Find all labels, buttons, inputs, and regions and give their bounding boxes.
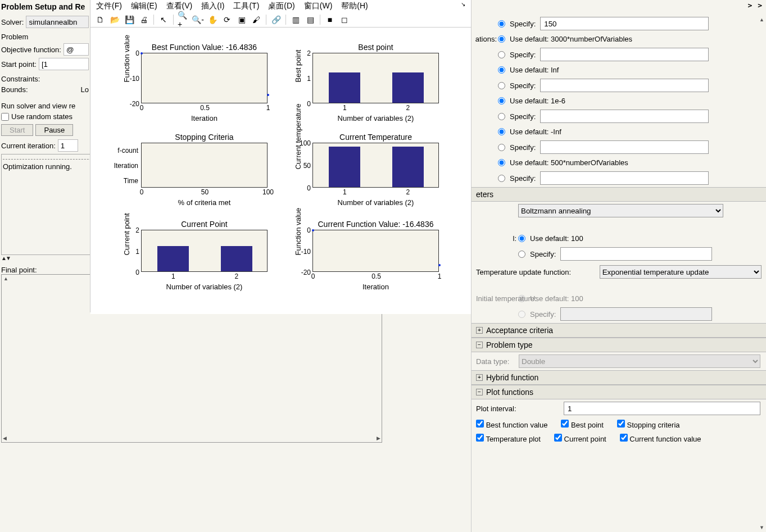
minus-icon-2[interactable]: − [476,389,483,395]
menu-insert[interactable]: 插入(I) [201,1,224,11]
tol-specify-radio[interactable] [498,113,505,120]
iterations-label: ations: [472,35,497,43]
inf-specify-radio[interactable] [498,82,505,89]
menu-desktop[interactable]: 桌面(D) [268,1,294,11]
inf-specify-label: Specify: [510,81,536,90]
scroll-right-icon[interactable]: ▶ [377,435,380,441]
menu-help[interactable]: 帮助(H) [341,1,368,11]
interval-specify-input[interactable] [560,247,712,261]
neginf-default-radio[interactable] [498,128,505,135]
neginf-specify-input[interactable] [540,140,709,154]
neginf-default-label: Use default: -Inf [510,128,561,136]
interval-default-radio[interactable] [518,235,525,242]
tol-specify-input[interactable] [540,110,709,123]
neginf-specify-label: Specify: [510,143,536,152]
expand-collapse-triangles[interactable]: ▲▼ [1,255,89,261]
solver-input[interactable] [26,16,89,28]
menu-file[interactable]: 文件(F) [96,1,122,11]
cfv-checkbox[interactable] [620,434,628,442]
pause-button[interactable]: Pause [35,124,73,136]
figure-toolbar: 🗋 📂 💾 🖨 ↖ 🔍+ 🔍- ✋ ⟳ ▣ 🖌 🔗 ▥ ▤ ■ ◻ [90,12,471,28]
zoom-out-icon[interactable]: 🔍- [192,13,204,26]
menu-view[interactable]: 查看(V) [166,1,193,11]
start-point-input[interactable] [39,58,89,70]
bounds-label: Bounds: [1,85,28,94]
annealing-select[interactable]: Boltzmann annealing [518,204,723,217]
new-figure-icon[interactable]: 🗋 [94,13,106,26]
plot-area: Best Function Value: -16.4836Function va… [90,28,471,314]
bp-label: Best point [571,421,604,429]
colorbar-icon[interactable]: ▥ [289,13,302,26]
current-iteration-input[interactable] [58,139,78,152]
bp-checkbox[interactable] [561,420,569,428]
stall-specify-input[interactable] [540,171,709,185]
pan-icon[interactable]: ✋ [206,13,219,26]
sc-checkbox[interactable] [617,420,625,428]
iterations-specify-input[interactable] [540,48,709,61]
chart-bp: Best pointBest pointNumber of variables … [312,53,439,103]
chevrons-icon[interactable]: > > [748,1,763,10]
cp-label: Current point [564,435,606,443]
iterations-specify-radio[interactable] [498,51,505,58]
inf-default-label: Use default: Inf [510,66,559,74]
start-button[interactable]: Start [1,124,33,136]
tp-checkbox[interactable] [476,434,484,442]
neginf-specify-radio[interactable] [498,144,505,151]
objective-function-input[interactable] [64,43,89,56]
problem-setup-panel: Problem Setup and Re Solver: Problem Obj… [0,0,90,532]
print-figure-icon[interactable]: 🖨 [138,13,150,26]
chart-cp: Current PointCurrent pointNumber of vari… [141,230,268,272]
panel-title: Problem Setup and Re [1,2,89,11]
edit-plot-icon[interactable]: ↖ [157,13,170,26]
scroll-left-icon[interactable]: ◀ [3,435,7,441]
init-temp-specify-input [560,307,712,321]
data-type-label: Data type: [476,357,515,366]
init-temp-specify-radio [518,311,525,318]
interval-specify-radio[interactable] [518,251,525,258]
bfv-label: Best function value [486,421,548,429]
legend-icon[interactable]: ▤ [304,13,316,26]
stall-default-label: Use default: 500*numberOfVariables [510,158,628,167]
stall-specify-radio[interactable] [498,175,505,182]
rotate-icon[interactable]: ⟳ [221,13,233,26]
save-figure-icon[interactable]: 💾 [123,13,135,26]
plus-icon[interactable]: + [476,327,483,334]
stall-default-radio[interactable] [498,159,505,166]
current-iteration-label: Current iteration: [1,142,56,150]
sc-label: Stopping criteria [627,421,680,429]
inf-specify-input[interactable] [540,79,709,92]
specify-150-radio[interactable] [498,20,505,28]
temp-update-select[interactable]: Exponential temperature update [600,265,762,279]
plot-functions-header: Plot functions [486,388,533,397]
chart-cfv: Current Function Value: -16.4836Function… [312,230,439,272]
inf-default-radio[interactable] [498,66,505,74]
brush-icon[interactable]: 🖌 [250,13,262,26]
menu-edit[interactable]: 编辑(E) [131,1,157,11]
link-icon[interactable]: 🔗 [270,13,282,26]
iterations-default-radio[interactable] [498,35,505,43]
plot-interval-input[interactable] [564,402,760,415]
problem-type-header: Problem type [486,340,532,349]
open-figure-icon[interactable]: 📂 [108,13,121,26]
cp-checkbox[interactable] [554,434,562,442]
zoom-in-icon[interactable]: 🔍+ [177,13,189,26]
acceptance-group: +Acceptance criteria [472,323,766,338]
menu-window[interactable]: 窗口(W) [304,1,333,11]
random-states-checkbox[interactable] [1,113,9,121]
expand-tri-icon[interactable]: ▲ [3,276,8,281]
data-cursor-icon[interactable]: ▣ [235,13,248,26]
specify-150-input[interactable] [540,17,709,30]
show-plot-icon[interactable]: ◻ [338,13,351,26]
menu-dock-icon[interactable]: ↘ [461,1,465,11]
init-temp-label: Initial temperature: [472,294,584,303]
interval-suffix: l: [472,234,516,243]
hide-plot-icon[interactable]: ■ [324,13,336,26]
minus-icon[interactable]: − [476,342,483,348]
plus-icon-2[interactable]: + [476,374,483,381]
menu-tools[interactable]: 工具(T) [233,1,259,11]
bfv-checkbox[interactable] [476,420,484,428]
objective-function-label: Objective function: [1,46,61,54]
init-temp-specify-label: Specify: [530,310,556,319]
scroll-down-icon[interactable]: ▼ [759,525,764,530]
tol-default-radio[interactable] [498,97,505,104]
